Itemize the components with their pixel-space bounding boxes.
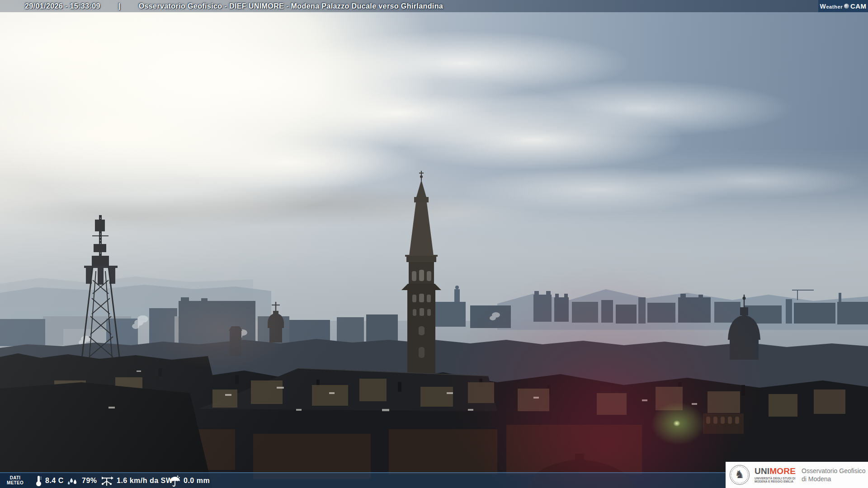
separator: | xyxy=(118,2,121,10)
unimore-logo[interactable]: ♞ UNIMORE UNIVERSITÀ DEGLI STUDI DI MODE… xyxy=(726,462,868,488)
unimore-name: UNIMORE xyxy=(755,467,797,475)
unimore-subtitle-line2: MODENA E REGGIO EMILIA xyxy=(755,480,797,483)
wind-vane-icon xyxy=(100,475,113,487)
unimore-subtitle: UNIVERSITÀ DEGLI STUDI DI MODENA E REGGI… xyxy=(755,477,797,483)
unimore-seal-icon: ♞ xyxy=(729,465,750,485)
observatory-name-line2: di Modena xyxy=(802,475,866,483)
unimore-more: MORE xyxy=(769,466,796,476)
temperature-value: 8.4 C xyxy=(45,477,64,485)
rain-umbrella-icon xyxy=(169,475,180,487)
weathercam-cam: CAM xyxy=(850,2,866,10)
webcam-frame: 29/01/2026 - 15:33:09 | Osservatorio Geo… xyxy=(0,0,868,488)
meteo-label-line2: METEO xyxy=(7,480,24,485)
lens-flare-warm xyxy=(149,289,294,371)
humidity-reading: 79% xyxy=(67,473,97,488)
rain-reading: 0.0 mm xyxy=(169,473,210,488)
timestamp-title-bar: 29/01/2026 - 15:33:09 | Osservatorio Geo… xyxy=(0,0,868,12)
wind-reading: 1.6 km/h da SW xyxy=(100,473,173,488)
meteo-label-line1: DATI xyxy=(7,475,24,480)
observatory-name: Osservatorio Geofisico di Modena xyxy=(802,467,866,483)
globe-icon xyxy=(844,4,849,9)
thermometer-icon xyxy=(35,475,42,487)
weathercam-word: Weather xyxy=(820,3,843,10)
unimore-uni: UNI xyxy=(755,466,769,476)
humidity-drops-icon xyxy=(67,475,79,486)
wind-value: 1.6 km/h da SW xyxy=(117,477,173,485)
camera-title: Osservatorio Geofisico - DIEF UNIMORE - … xyxy=(139,2,443,10)
lens-flare-dot xyxy=(673,420,680,427)
svg-text:♞: ♞ xyxy=(735,468,745,481)
unimore-subtitle-line1: UNIVERSITÀ DEGLI STUDI DI xyxy=(755,477,797,480)
timestamp: 29/01/2026 - 15:33:09 xyxy=(25,2,100,10)
observatory-name-line1: Osservatorio Geofisico xyxy=(802,467,866,475)
rain-value: 0.0 mm xyxy=(184,477,210,485)
unimore-wordmark: UNIMORE UNIVERSITÀ DEGLI STUDI DI MODENA… xyxy=(755,467,797,483)
humidity-value: 79% xyxy=(82,477,97,485)
temperature-reading: 8.4 C xyxy=(35,473,64,488)
meteo-label: DATI METEO xyxy=(7,475,24,485)
weathercam-logo[interactable]: Weather CAM xyxy=(818,0,868,12)
